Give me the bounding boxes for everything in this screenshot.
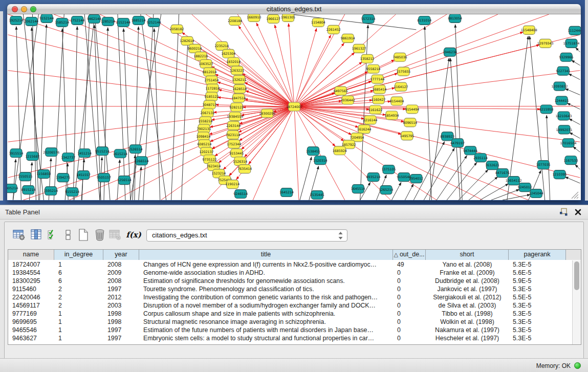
graph-node[interactable]: 1616244	[357, 125, 372, 134]
table-row[interactable]: 977716911998Corpus callosum shape and si…	[8, 310, 572, 318]
graph-node[interactable]: 1961327	[352, 44, 366, 53]
function-builder-icon[interactable]: f(x)	[126, 227, 141, 243]
graph-node[interactable]: 9558214	[366, 64, 381, 73]
graph-node[interactable]: 8131014	[417, 16, 431, 25]
graph-node[interactable]: 1585214	[55, 18, 69, 27]
graph-node[interactable]: 1645214	[279, 188, 294, 197]
column-header-title[interactable]: title	[139, 250, 393, 260]
import-table-icon[interactable]	[108, 227, 122, 243]
graph-node[interactable]: 9462144	[87, 14, 101, 23]
graph-node[interactable]: 1161622	[368, 105, 383, 114]
graph-node[interactable]: 2526514	[128, 145, 143, 154]
graph-node[interactable]: 12979343	[537, 39, 554, 48]
delete-table-icon[interactable]	[93, 227, 107, 243]
graph-node[interactable]: 1375105	[382, 165, 396, 174]
graph-node[interactable]: 7635414	[237, 165, 252, 173]
graph-node[interactable]: 2751454	[204, 76, 219, 84]
table-row[interactable]: 1872400712008Changes of HCN gene express…	[8, 260, 572, 269]
network-window-titlebar[interactable]: citations_edges.txt	[7, 4, 581, 14]
graph-node[interactable]: 1615214	[113, 149, 127, 158]
graph-node[interactable]: 1628514	[232, 84, 247, 93]
network-graph[interactable]: 1872400720581821282614960021418822161063…	[7, 14, 581, 200]
graph-node[interactable]: 1905214	[7, 184, 18, 193]
select-columns-icon[interactable]	[29, 227, 43, 243]
table-row[interactable]: 1830029562008Estimation of significance …	[8, 277, 572, 285]
graph-node[interactable]: 9154404	[389, 97, 404, 105]
graph-node[interactable]: 15751874	[563, 39, 580, 48]
graph-node[interactable]: 2263144	[226, 121, 241, 130]
table-row[interactable]: 1456911722003Disruption of a novel membe…	[8, 301, 572, 310]
graph-node[interactable]: 1451214	[77, 149, 92, 158]
graph-node[interactable]: 8812014	[203, 68, 217, 76]
graph-node[interactable]: 2067131	[201, 108, 215, 117]
graph-node[interactable]: 1326211	[232, 75, 246, 84]
graph-node[interactable]: 1210395	[553, 170, 567, 179]
column-header-in_degree[interactable]: in_degree	[54, 250, 103, 260]
graph-node[interactable]: 1550515	[18, 172, 32, 181]
graph-node[interactable]: 2208184	[228, 16, 242, 25]
float-panel-icon[interactable]	[559, 208, 568, 216]
graph-node[interactable]: 1777144	[371, 75, 385, 83]
graph-node[interactable]: 7954012	[409, 174, 423, 183]
graph-node[interactable]: 1190214	[225, 180, 239, 189]
graph-node[interactable]: 1645514	[351, 185, 365, 193]
graph-node[interactable]: 1063527	[199, 59, 213, 68]
graph-node[interactable]: 9515214	[95, 147, 110, 156]
graph-node[interactable]: 9245012	[518, 183, 532, 192]
graph-node[interactable]: 1172814	[205, 84, 220, 93]
graph-node[interactable]: 1112444	[568, 26, 581, 35]
table-row[interactable]: 2242004622012Investigating the contribut…	[8, 293, 572, 301]
select-rows-icon[interactable]	[46, 227, 60, 243]
graph-node[interactable]: 20206576	[43, 148, 59, 157]
graph-node[interactable]: 1164127	[394, 82, 408, 91]
graph-node[interactable]: 6497565	[334, 86, 348, 95]
graph-node[interactable]: 1215687	[25, 152, 39, 161]
graph-node[interactable]: 1685214	[132, 16, 146, 25]
graph-node[interactable]: 1167533	[564, 156, 578, 165]
graph-node[interactable]: 1451557	[76, 171, 91, 180]
graph-node[interactable]: 9227341	[556, 67, 571, 75]
graph-node[interactable]: 1946234	[443, 48, 457, 56]
graph-node[interactable]: 1752144	[70, 16, 84, 25]
graph-node[interactable]: 9505157	[97, 173, 111, 182]
graph-node[interactable]: 9474444	[463, 146, 477, 155]
graph-node[interactable]: 3915514	[9, 149, 24, 158]
graph-node[interactable]: 1160427	[372, 95, 386, 104]
graph-node[interactable]: 1266514	[135, 157, 149, 165]
graph-node[interactable]: 5572314	[361, 14, 376, 23]
graph-node[interactable]: 9329966	[559, 53, 574, 61]
graph-node[interactable]: 8915214	[21, 186, 35, 194]
graph-node[interactable]: 1595214	[43, 187, 58, 195]
resize-handle-icon[interactable]	[571, 191, 580, 199]
graph-node[interactable]: 1285214	[101, 17, 115, 26]
column-header-out_de[interactable]: △out_de...	[393, 250, 426, 260]
graph-node[interactable]: 11548408	[521, 26, 537, 34]
graph-node[interactable]: 8096514	[403, 118, 417, 127]
graph-node[interactable]: 2935114	[473, 154, 488, 162]
row-height-icon[interactable]	[61, 227, 75, 243]
graph-node[interactable]: 1625304	[221, 49, 235, 58]
table-row[interactable]: 946554611997Estimation of the future num…	[8, 326, 572, 334]
graph-node[interactable]: 1660910	[247, 14, 261, 21]
graph-node[interactable]: 1925214	[9, 16, 24, 25]
graph-node[interactable]: 2152144	[116, 18, 130, 27]
graph-node[interactable]: 9185122	[204, 92, 219, 101]
graph-node[interactable]: 2261452	[326, 25, 341, 34]
graph-node[interactable]: 8471676	[495, 169, 510, 178]
graph-node[interactable]: 1520314	[313, 156, 328, 165]
graph-node[interactable]: 2216144	[363, 116, 378, 124]
graph-node[interactable]: 1961305	[281, 14, 295, 21]
graph-node[interactable]: 3048717	[203, 100, 217, 109]
column-header-short[interactable]: short	[426, 250, 509, 260]
column-header-name[interactable]: name	[8, 250, 54, 260]
graph-node[interactable]: 12093832	[552, 82, 568, 91]
graph-node[interactable]: 1358212	[360, 54, 375, 63]
graph-node[interactable]: 1575655	[396, 67, 410, 76]
graph-node[interactable]: 1256514	[117, 176, 132, 185]
graph-node[interactable]: 1077035	[536, 161, 551, 169]
table-row[interactable]: 969969511998Structural magnetic resonanc…	[8, 318, 572, 326]
graph-node[interactable]: 9153445	[229, 149, 244, 158]
graph-node[interactable]: 1854934	[385, 111, 399, 120]
graph-node[interactable]: 1752344	[227, 140, 241, 148]
graph-node[interactable]: 1394275	[56, 173, 70, 182]
